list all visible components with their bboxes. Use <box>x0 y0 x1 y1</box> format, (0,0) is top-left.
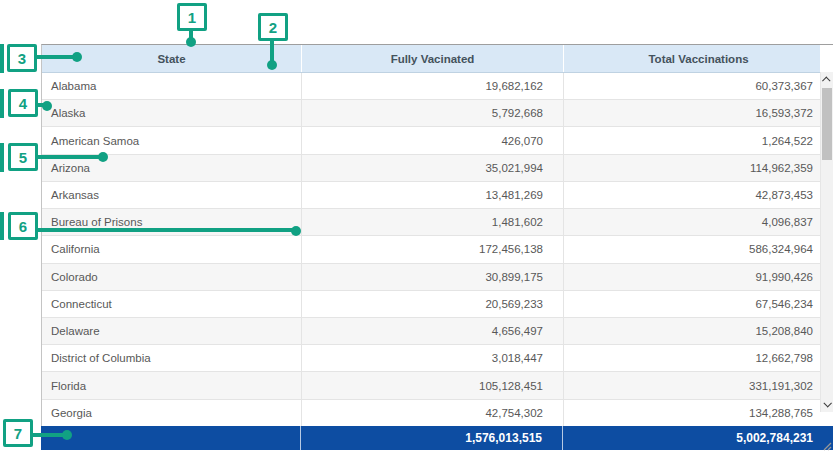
cell-state: Colorado <box>42 264 301 290</box>
cell-total-vaccinations: 16,593,372 <box>563 100 833 126</box>
scrollbar-header-gap <box>820 45 833 72</box>
cell-fully-vaccinated: 42,754,302 <box>301 400 563 426</box>
cell-fully-vaccinated: 13,481,269 <box>301 182 563 208</box>
scrollbar-thumb[interactable] <box>822 88 832 160</box>
table-row[interactable]: District of Columbia3,018,44712,662,798 <box>42 345 833 372</box>
cell-fully-vaccinated: 19,682,162 <box>301 73 563 99</box>
callout-5-dot <box>98 152 108 162</box>
cell-state: Alabama <box>42 73 301 99</box>
chevron-down-icon <box>823 399 831 407</box>
cell-total-vaccinations: 4,096,837 <box>563 209 833 235</box>
callout-4-box: 4 <box>8 89 38 117</box>
table-row[interactable]: Florida105,128,451331,191,302 <box>42 372 833 399</box>
callout-6-dot <box>291 226 301 236</box>
table-row[interactable]: American Samoa426,0701,264,522 <box>42 127 833 154</box>
cell-fully-vaccinated: 105,128,451 <box>301 372 563 398</box>
vertical-scrollbar[interactable] <box>820 72 833 412</box>
cell-state: Alaska <box>42 100 301 126</box>
total-total-vaccinations-cell: 5,002,784,231 <box>562 426 833 450</box>
cell-total-vaccinations: 42,873,453 <box>563 182 833 208</box>
table-row[interactable]: Alabama19,682,16260,373,367 <box>42 73 833 100</box>
callout-7-box: 7 <box>3 419 33 447</box>
table-row[interactable]: Colorado30,899,17591,990,426 <box>42 264 833 291</box>
cell-fully-vaccinated: 35,021,994 <box>301 155 563 181</box>
callout-3-box: 3 <box>7 44 37 72</box>
table-row[interactable]: Connecticut20,569,23367,546,234 <box>42 291 833 318</box>
callout-4-edge-mark <box>0 89 4 118</box>
cell-fully-vaccinated: 5,792,668 <box>301 100 563 126</box>
cell-fully-vaccinated: 3,018,447 <box>301 345 563 371</box>
cell-fully-vaccinated: 1,481,602 <box>301 209 563 235</box>
callout-5-edge-mark <box>0 143 4 172</box>
cell-state: Delaware <box>42 318 301 344</box>
callout-1-box: 1 <box>177 3 207 31</box>
callout-5-box: 5 <box>8 143 38 171</box>
callout-7-dot <box>62 430 72 440</box>
screenshot-page: State Fully Vacinated Total Vaccinations… <box>0 0 833 453</box>
cell-fully-vaccinated: 20,569,233 <box>301 291 563 317</box>
cell-total-vaccinations: 114,962,359 <box>563 155 833 181</box>
table-row[interactable]: Delaware4,656,49715,208,840 <box>42 318 833 345</box>
callout-6-stem <box>35 228 296 232</box>
callout-2-dot <box>267 60 277 70</box>
cell-state: Arkansas <box>42 182 301 208</box>
callout-1-dot <box>186 37 196 47</box>
cell-state: Georgia <box>42 400 301 426</box>
callout-3-stem <box>35 55 77 59</box>
table-row[interactable]: Alaska5,792,66816,593,372 <box>42 100 833 127</box>
cell-total-vaccinations: 586,324,964 <box>563 236 833 262</box>
cell-total-vaccinations: 331,191,302 <box>563 372 833 398</box>
table-body: Alabama19,682,16260,373,367Alaska5,792,6… <box>42 73 833 427</box>
callout-4-dot <box>42 101 52 111</box>
cell-state: Connecticut <box>42 291 301 317</box>
cell-total-vaccinations: 91,990,426 <box>563 264 833 290</box>
table-row[interactable]: California172,456,138586,324,964 <box>42 236 833 263</box>
table-row[interactable]: Arkansas13,481,26942,873,453 <box>42 182 833 209</box>
cell-fully-vaccinated: 172,456,138 <box>301 236 563 262</box>
cell-fully-vaccinated: 426,070 <box>301 127 563 153</box>
cell-total-vaccinations: 67,546,234 <box>563 291 833 317</box>
cell-state: California <box>42 236 301 262</box>
cell-state: Florida <box>42 372 301 398</box>
cell-fully-vaccinated: 30,899,175 <box>301 264 563 290</box>
cell-total-vaccinations: 60,373,367 <box>563 73 833 99</box>
callout-3-edge-mark <box>0 44 4 73</box>
total-fully-vaccinated-cell: 1,576,013,515 <box>300 426 562 450</box>
table-total-row: 1,576,013,515 5,002,784,231 <box>41 426 833 450</box>
cell-total-vaccinations: 1,264,522 <box>563 127 833 153</box>
callout-6-box: 6 <box>8 212 38 240</box>
cell-total-vaccinations: 134,288,765 <box>563 400 833 426</box>
resize-grip-icon <box>822 441 832 451</box>
cell-total-vaccinations: 12,662,798 <box>563 345 833 371</box>
scroll-up-button[interactable] <box>821 72 833 88</box>
column-header-total-vaccinations[interactable]: Total Vaccinations <box>563 45 833 72</box>
callout-6-edge-mark <box>0 212 4 240</box>
total-state-cell <box>41 426 300 450</box>
cell-state: District of Columbia <box>42 345 301 371</box>
cell-fully-vaccinated: 4,656,497 <box>301 318 563 344</box>
cell-total-vaccinations: 15,208,840 <box>563 318 833 344</box>
chevron-up-icon <box>822 76 830 84</box>
table-row[interactable]: Arizona35,021,994114,962,359 <box>42 155 833 182</box>
table-row[interactable]: Bureau of Prisons1,481,6024,096,837 <box>42 209 833 236</box>
scroll-down-button[interactable] <box>821 396 833 412</box>
table-header-row: State Fully Vacinated Total Vaccinations <box>42 45 833 73</box>
column-header-fully-vaccinated[interactable]: Fully Vacinated <box>301 45 563 72</box>
callout-2-box: 2 <box>258 13 288 41</box>
callout-5-stem <box>36 155 103 159</box>
callout-3-dot <box>72 52 82 62</box>
table-row[interactable]: Georgia42,754,302134,288,765 <box>42 400 833 427</box>
cell-state: American Samoa <box>42 127 301 153</box>
list-table: State Fully Vacinated Total Vaccinations… <box>41 44 833 450</box>
